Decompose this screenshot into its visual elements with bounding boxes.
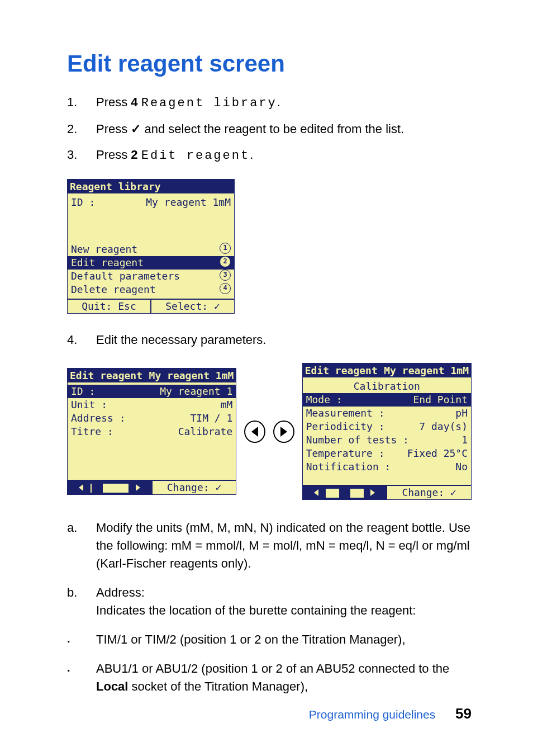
row-address[interactable]: Address : TIM / 1	[71, 412, 232, 425]
next-page-button[interactable]	[273, 420, 294, 443]
page: Edit reagent screen 1. Press 4 Reagent l…	[0, 0, 533, 756]
screen-body: ID : My reagent 1 Unit : mM Address : TI…	[68, 382, 236, 480]
sub-steps: a. Modify the units (mM, M, mN, N) indic…	[67, 519, 472, 695]
sub-bullet-1: . TIM/1 or TIM/2 (position 1 or 2 on the…	[67, 631, 472, 649]
step-text: Press ✓ and select the reagent to be edi…	[96, 120, 404, 139]
left-arrow-icon	[251, 427, 258, 437]
footer-scroll[interactable]	[68, 481, 151, 494]
screen-title-bar: Reagent library	[68, 179, 234, 193]
sub-text: ABU1/1 or ABU1/2 (position 1 or 2 of an …	[96, 660, 472, 696]
row-id[interactable]: ID : My reagent 1	[68, 385, 236, 398]
sub-text: TIM/1 or TIM/2 (position 1 or 2 on the T…	[96, 631, 406, 649]
footer-scroll[interactable]	[303, 486, 387, 499]
page-title: Edit reagent screen	[67, 50, 472, 77]
left-triangle-icon	[79, 484, 83, 491]
subtitle-row: Calibration	[306, 380, 468, 393]
sub-text: Address: Indicates the location of the b…	[96, 584, 416, 620]
row-notification[interactable]: Notification : No	[306, 460, 468, 474]
right-arrow-icon	[280, 427, 287, 437]
screen-footer: Quit: Esc Select: ✓	[68, 299, 234, 313]
footer-change[interactable]: Change: ✓	[151, 481, 236, 494]
id-value: My reagent 1mM	[146, 196, 231, 209]
right-triangle-icon	[370, 489, 375, 496]
sub-marker: b.	[67, 584, 96, 620]
row-mode[interactable]: Mode : End Point	[303, 393, 471, 407]
bar-right: My reagent 1mM	[149, 370, 234, 381]
step-text: Press 2 Edit reagent.	[96, 145, 253, 166]
badge-2-icon: 2	[220, 256, 231, 267]
sub-bullet-2: . ABU1/1 or ABU1/2 (position 1 or 2 of a…	[67, 660, 472, 696]
bar-right: My reagent 1mM	[384, 365, 469, 376]
bar-left: Edit reagent	[70, 370, 142, 381]
menu-edit-reagent[interactable]: Edit reagent 2	[68, 256, 234, 270]
right-triangle-icon	[136, 484, 140, 491]
screen-footer: Change: ✓	[68, 480, 236, 494]
steps-list: 1. Press 4 Reagent library. 2. Press ✓ a…	[67, 93, 472, 166]
reagent-library-screen: Reagent library ID : My reagent 1mM New …	[67, 179, 235, 314]
row-temperature[interactable]: Temperature : Fixed 25°C	[306, 447, 468, 460]
sub-a: a. Modify the units (mM, M, mN, N) indic…	[67, 519, 472, 573]
screen-footer: Change: ✓	[303, 485, 471, 499]
id-row: ID : My reagent 1mM	[71, 196, 231, 209]
row-unit[interactable]: Unit : mM	[71, 398, 232, 412]
sub-marker: a.	[67, 519, 96, 573]
bullet-icon: .	[67, 660, 96, 696]
left-triangle-icon	[314, 489, 318, 496]
step-4: 4. Edit the necessary parameters.	[67, 330, 472, 349]
steps-list-2: 4. Edit the necessary parameters.	[67, 330, 472, 349]
menu-default-parameters[interactable]: Default parameters 3	[71, 270, 231, 283]
step-number: 3.	[67, 145, 96, 166]
step-1: 1. Press 4 Reagent library.	[67, 93, 472, 113]
edit-screens-row: Edit reagent My reagent 1mM ID : My reag…	[67, 363, 472, 500]
badge-3-icon: 3	[220, 270, 231, 281]
edit-reagent-screen-1: Edit reagent My reagent 1mM ID : My reag…	[67, 368, 236, 495]
edit-reagent-screen-2: Edit reagent My reagent 1mM Calibration …	[302, 363, 472, 500]
footer-quit[interactable]: Quit: Esc	[68, 300, 150, 313]
row-measurement[interactable]: Measurement : pH	[306, 407, 468, 420]
prev-page-button[interactable]	[244, 420, 265, 443]
screen-title-bar: Edit reagent My reagent 1mM	[303, 363, 471, 377]
scrollbar-icon	[326, 489, 364, 498]
step-number: 2.	[67, 120, 96, 139]
step-number: 1.	[67, 93, 96, 113]
step-number: 4.	[67, 330, 96, 349]
screen-title: Reagent library	[70, 181, 161, 192]
screen-body: Calibration Mode : End Point Measurement…	[303, 377, 471, 485]
page-footer: Programming guidelines 59	[309, 705, 472, 722]
menu-delete-reagent[interactable]: Delete reagent 4	[71, 283, 231, 296]
step-2: 2. Press ✓ and select the reagent to be …	[67, 120, 472, 139]
footer-guide: Programming guidelines	[309, 708, 435, 721]
screen-title-bar: Edit reagent My reagent 1mM	[68, 368, 236, 382]
footer-select[interactable]: Select: ✓	[150, 300, 234, 313]
badge-1-icon: 1	[220, 243, 231, 254]
row-periodicity[interactable]: Periodicity : 7 day(s)	[306, 420, 468, 433]
scrollbar-icon	[91, 484, 129, 493]
step-3: 3. Press 2 Edit reagent.	[67, 145, 472, 166]
sub-b: b. Address: Indicates the location of th…	[67, 584, 472, 620]
footer-change[interactable]: Change: ✓	[386, 486, 471, 499]
bar-left: Edit reagent	[305, 365, 378, 376]
row-number-of-tests[interactable]: Number of tests : 1	[306, 433, 468, 447]
id-label: ID :	[71, 196, 95, 209]
menu-new-reagent[interactable]: New reagent 1	[71, 243, 231, 256]
sub-text: Modify the units (mM, M, mN, N) indicate…	[96, 519, 472, 573]
footer-page-number: 59	[455, 705, 472, 722]
bullet-icon: .	[67, 631, 96, 649]
screen-body: ID : My reagent 1mM New reagent 1 Edit r…	[68, 193, 234, 299]
subtitle: Calibration	[354, 380, 420, 393]
step-text: Press 4 Reagent library.	[96, 93, 280, 113]
row-titre[interactable]: Titre : Calibrate	[71, 425, 232, 438]
badge-4-icon: 4	[220, 283, 231, 294]
step-text: Edit the necessary parameters.	[96, 330, 266, 349]
